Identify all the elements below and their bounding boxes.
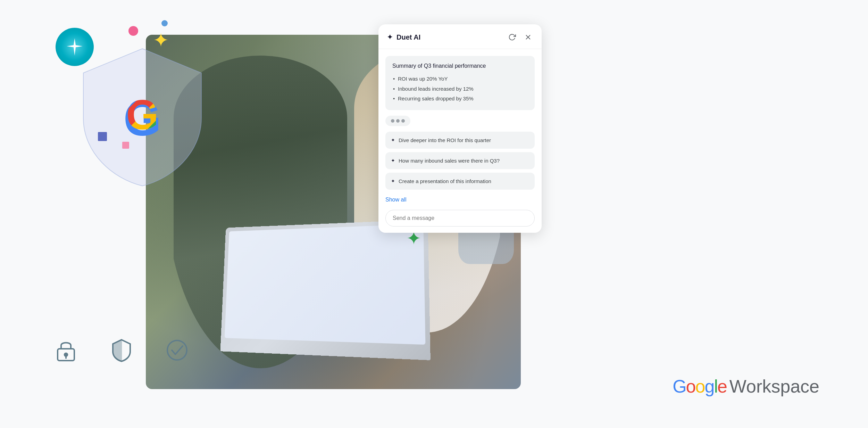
summary-title: Summary of Q3 financial performance <box>392 62 528 70</box>
lock-icon <box>52 336 80 365</box>
check-circle-icon <box>163 336 191 365</box>
chip-star-icon-1: ✦ <box>391 137 395 143</box>
chip-text-1: Dive deeper into the ROI for this quarte… <box>399 137 491 144</box>
summary-list: ROI was up 20% YoY Inbound leads increas… <box>392 74 528 104</box>
typing-indicator <box>385 116 410 126</box>
svg-point-4 <box>167 340 187 360</box>
typing-dot-1 <box>391 119 394 123</box>
suggestion-chip-3[interactable]: ✦ Create a presentation of this informat… <box>385 173 535 190</box>
suggestion-chip-1[interactable]: ✦ Dive deeper into the ROI for this quar… <box>385 132 535 149</box>
message-input[interactable] <box>393 215 527 221</box>
scene: G G ✦ ✦ <box>0 0 868 428</box>
show-all-button[interactable]: Show all <box>385 195 406 205</box>
typing-dot-2 <box>396 119 400 123</box>
chip-text-2: How many inbound sales were there in Q3? <box>399 157 500 164</box>
blue-sparkle-circle <box>56 28 94 66</box>
summary-bullet-2: Inbound leads increased by 12% <box>392 84 528 94</box>
chat-panel: ✦ Duet AI <box>378 24 542 233</box>
typing-dot-3 <box>401 119 405 123</box>
google-logo: Google <box>673 376 727 397</box>
blue-dot-decoration <box>161 20 168 26</box>
pink-dot-decoration <box>128 26 138 36</box>
refresh-button[interactable] <box>507 32 517 42</box>
workspace-brand: Google Workspace <box>673 376 819 397</box>
yellow-star-decoration: ✦ <box>153 31 169 50</box>
chat-title: Duet AI <box>397 33 420 41</box>
summary-bullet-1: ROI was up 20% YoY <box>392 74 528 84</box>
suggestion-chip-2[interactable]: ✦ How many inbound sales were there in Q… <box>385 152 535 169</box>
google-shield: G G <box>76 42 208 189</box>
message-input-container[interactable] <box>385 210 535 227</box>
chip-text-3: Create a presentation of this informatio… <box>399 178 491 185</box>
shield-half-icon <box>108 336 135 365</box>
workspace-text: Workspace <box>729 376 819 397</box>
chip-star-icon-3: ✦ <box>391 178 395 184</box>
duet-ai-star-icon: ✦ <box>387 33 393 42</box>
close-button[interactable] <box>523 32 533 42</box>
chat-header-actions <box>507 32 533 42</box>
chat-body: Summary of Q3 financial performance ROI … <box>378 49 542 233</box>
security-icons <box>52 336 191 365</box>
chat-header-left: ✦ Duet AI <box>387 33 420 42</box>
chip-star-icon-2: ✦ <box>391 158 395 163</box>
summary-card: Summary of Q3 financial performance ROI … <box>385 56 535 110</box>
chat-header: ✦ Duet AI <box>378 24 542 49</box>
summary-bullet-3: Recurring sales dropped by 35% <box>392 94 528 104</box>
